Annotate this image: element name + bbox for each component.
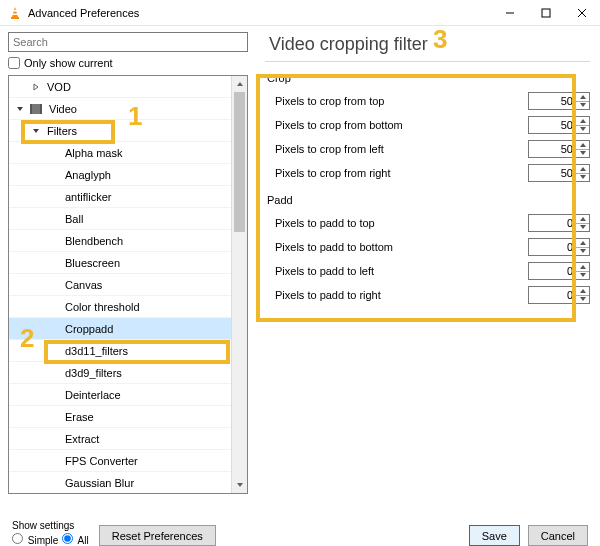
- tree-item-bluescreen[interactable]: Bluescreen: [9, 252, 247, 274]
- scrollbar[interactable]: [231, 76, 247, 493]
- field-padd-top-input[interactable]: 0: [528, 214, 590, 232]
- spin-up-icon[interactable]: [576, 93, 589, 102]
- tree-item-anaglyph[interactable]: Anaglyph: [9, 164, 247, 186]
- scroll-down-icon[interactable]: [232, 477, 247, 493]
- field-padd-bottom-input[interactable]: 0: [528, 238, 590, 256]
- tree-item-deinterlace-label: Deinterlace: [65, 384, 121, 406]
- spin-down-icon[interactable]: [576, 224, 589, 232]
- field-padd-bottom-value: 0: [529, 241, 575, 253]
- tree-item-canvas[interactable]: Canvas: [9, 274, 247, 296]
- field-padd-left-input[interactable]: 0: [528, 262, 590, 280]
- tree-item-bluescreen-label: Bluescreen: [65, 252, 120, 274]
- svg-marker-13: [33, 129, 39, 133]
- tree-item-erase-label: Erase: [65, 406, 94, 428]
- field-crop-bottom-value: 50: [529, 119, 575, 131]
- field-crop-left: Pixels to crop from left50: [265, 138, 590, 160]
- field-padd-top-label: Pixels to padd to top: [265, 217, 375, 229]
- field-padd-right-value: 0: [529, 289, 575, 301]
- spin-up-icon[interactable]: [576, 141, 589, 150]
- tree-item-antiflicker-label: antiflicker: [65, 186, 111, 208]
- spin-up-icon[interactable]: [576, 263, 589, 272]
- field-crop-right-value: 50: [529, 167, 575, 179]
- field-padd-left: Pixels to padd to left0: [265, 260, 590, 282]
- radio-all[interactable]: All: [62, 533, 88, 546]
- minimize-button[interactable]: [492, 0, 528, 26]
- svg-marker-21: [580, 151, 586, 155]
- field-crop-left-label: Pixels to crop from left: [265, 143, 384, 155]
- spin-down-icon[interactable]: [576, 272, 589, 280]
- spin-down-icon[interactable]: [576, 248, 589, 256]
- svg-marker-20: [580, 143, 586, 147]
- close-button[interactable]: [564, 0, 600, 26]
- spin-up-icon[interactable]: [576, 117, 589, 126]
- tree-item-gaussian-blur-label: Gaussian Blur: [65, 472, 134, 494]
- maximize-button[interactable]: [528, 0, 564, 26]
- field-crop-right-input[interactable]: 50: [528, 164, 590, 182]
- svg-rect-12: [40, 104, 42, 114]
- tree: VODVideoFiltersAlpha maskAnaglyphantifli…: [8, 75, 248, 494]
- field-padd-top-value: 0: [529, 217, 575, 229]
- tree-item-d3d11-filters[interactable]: d3d11_filters: [9, 340, 247, 362]
- spin-up-icon[interactable]: [576, 287, 589, 296]
- tree-item-video[interactable]: Video: [9, 98, 247, 120]
- field-crop-left-input[interactable]: 50: [528, 140, 590, 158]
- chevron-down-icon[interactable]: [31, 120, 41, 142]
- field-padd-top: Pixels to padd to top0: [265, 212, 590, 234]
- tree-item-gaussian-blur[interactable]: Gaussian Blur: [9, 472, 247, 494]
- tree-item-deinterlace[interactable]: Deinterlace: [9, 384, 247, 406]
- svg-marker-22: [580, 167, 586, 171]
- tree-item-erase[interactable]: Erase: [9, 406, 247, 428]
- svg-marker-9: [17, 107, 23, 111]
- chevron-down-icon[interactable]: [15, 98, 25, 120]
- field-padd-right: Pixels to padd to right0: [265, 284, 590, 306]
- tree-item-alpha-mask[interactable]: Alpha mask: [9, 142, 247, 164]
- spin-up-icon[interactable]: [576, 165, 589, 174]
- tree-item-color-threshold[interactable]: Color threshold: [9, 296, 247, 318]
- spin-up-icon[interactable]: [576, 215, 589, 224]
- field-padd-right-input[interactable]: 0: [528, 286, 590, 304]
- field-crop-right: Pixels to crop from right50: [265, 162, 590, 184]
- tree-item-vod[interactable]: VOD: [9, 76, 247, 98]
- chevron-right-icon[interactable]: [31, 76, 41, 98]
- tree-item-d3d9-filters[interactable]: d3d9_filters: [9, 362, 247, 384]
- spin-down-icon[interactable]: [576, 174, 589, 182]
- spin-down-icon[interactable]: [576, 126, 589, 134]
- svg-rect-11: [30, 104, 32, 114]
- save-button[interactable]: Save: [469, 525, 520, 546]
- only-show-current-box[interactable]: [8, 57, 20, 69]
- tree-item-color-threshold-label: Color threshold: [65, 296, 140, 318]
- tree-item-d3d9-filters-label: d3d9_filters: [65, 362, 122, 384]
- spin-down-icon[interactable]: [576, 296, 589, 304]
- field-crop-top-input[interactable]: 50: [528, 92, 590, 110]
- tree-item-filters[interactable]: Filters: [9, 120, 247, 142]
- only-show-current-checkbox[interactable]: Only show current: [8, 57, 255, 69]
- spin-down-icon[interactable]: [576, 102, 589, 110]
- radio-simple[interactable]: Simple: [12, 533, 58, 546]
- panel-title: Video cropping filter: [269, 34, 590, 55]
- field-crop-top-label: Pixels to crop from top: [265, 95, 384, 107]
- svg-rect-3: [13, 13, 18, 15]
- svg-marker-17: [580, 103, 586, 107]
- scroll-up-icon[interactable]: [232, 76, 247, 92]
- tree-item-blendbench[interactable]: Blendbench: [9, 230, 247, 252]
- search-input[interactable]: [8, 32, 248, 52]
- reset-preferences-button[interactable]: Reset Preferences: [99, 525, 216, 546]
- field-crop-bottom-input[interactable]: 50: [528, 116, 590, 134]
- svg-marker-29: [580, 273, 586, 277]
- spin-down-icon[interactable]: [576, 150, 589, 158]
- tree-item-antiflicker[interactable]: antiflicker: [9, 186, 247, 208]
- svg-marker-15: [237, 483, 243, 487]
- svg-marker-27: [580, 249, 586, 253]
- tree-item-vod-label: VOD: [47, 76, 71, 98]
- scroll-thumb[interactable]: [234, 92, 245, 232]
- radio-all-label: All: [78, 535, 89, 546]
- divider: [265, 61, 590, 62]
- field-padd-left-value: 0: [529, 265, 575, 277]
- field-padd-bottom-label: Pixels to padd to bottom: [265, 241, 393, 253]
- tree-item-croppadd[interactable]: Croppadd: [9, 318, 247, 340]
- spin-up-icon[interactable]: [576, 239, 589, 248]
- cancel-button[interactable]: Cancel: [528, 525, 588, 546]
- tree-item-ball[interactable]: Ball: [9, 208, 247, 230]
- tree-item-extract[interactable]: Extract: [9, 428, 247, 450]
- tree-item-fps-converter[interactable]: FPS Converter: [9, 450, 247, 472]
